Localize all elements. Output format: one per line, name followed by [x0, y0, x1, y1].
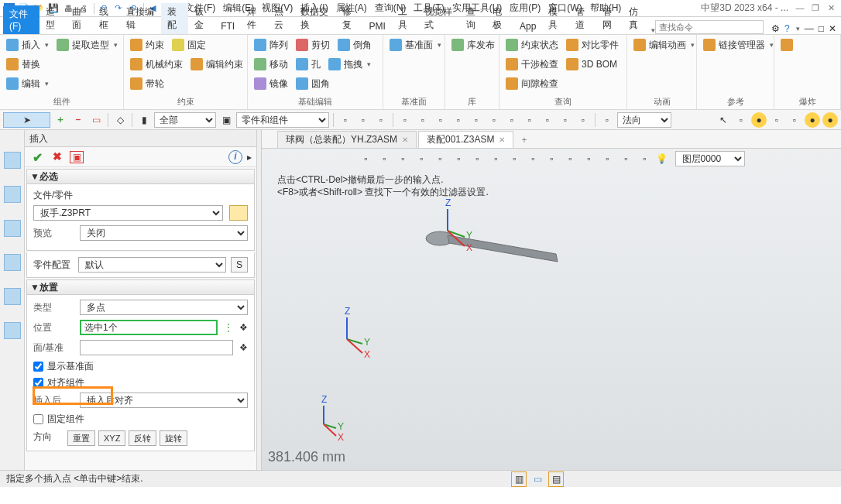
ribbon-tab[interactable]: 钣金: [188, 3, 215, 34]
tb-icon[interactable]: ▫: [599, 112, 615, 128]
ribbon-tab[interactable]: 管网: [596, 3, 623, 34]
ribbon-tab[interactable]: 修复: [336, 3, 363, 34]
ribbon-mirror[interactable]: 镜像: [254, 77, 288, 91]
ribbon-replace[interactable]: 替换: [6, 58, 40, 71]
tb-icon[interactable]: ▫: [522, 112, 537, 128]
lv-icon[interactable]: [4, 288, 21, 305]
expand-icon[interactable]: ▸: [247, 152, 252, 163]
tb-icon[interactable]: ▫: [338, 112, 353, 128]
vt-icon[interactable]: ▫: [489, 151, 504, 166]
filter-scope[interactable]: 全部: [154, 112, 216, 128]
tb-icon[interactable]: ▫: [373, 112, 389, 128]
filter-icon[interactable]: ◇: [112, 112, 128, 128]
vt-icon[interactable]: ▫: [433, 151, 448, 166]
ribbon-insert[interactable]: 插入▾: [6, 39, 49, 52]
ribbon-move[interactable]: 移动: [254, 58, 288, 71]
vt-icon[interactable]: ▫: [359, 151, 374, 166]
tb-icon[interactable]: ▫: [540, 112, 555, 128]
ribbon-libpub[interactable]: 库发布: [451, 39, 495, 52]
lv-icon[interactable]: [4, 220, 21, 237]
window-tool-icon[interactable]: ▭: [88, 112, 104, 128]
ribbon-tab[interactable]: PMI: [362, 19, 391, 34]
3d-canvas[interactable]: Z Y X Z Y X Z Y X: [262, 169, 841, 470]
close-button[interactable]: ✕: [824, 3, 838, 14]
vt-icon[interactable]: ▫: [526, 151, 541, 166]
settings-icon[interactable]: ⚙: [771, 23, 780, 34]
tb-icon[interactable]: ▫: [469, 112, 484, 128]
ribbon-constrstate[interactable]: 约束状态: [506, 39, 558, 52]
config-select[interactable]: 默认: [78, 257, 226, 273]
ribbon-fix[interactable]: 固定: [172, 39, 206, 52]
tb-icon[interactable]: ▫: [433, 112, 448, 128]
new-tab-button[interactable]: +: [515, 132, 533, 148]
position-input[interactable]: [80, 320, 218, 335]
ribbon-tab-active[interactable]: 装配: [161, 3, 188, 34]
ribbon-mechconstr[interactable]: 机械约束: [130, 58, 183, 71]
show-datum-checkbox[interactable]: [33, 362, 43, 372]
select-tool-icon[interactable]: ➤: [3, 112, 50, 128]
vt-icon[interactable]: ▫: [637, 151, 653, 166]
ribbon-interf[interactable]: 干涉检查: [506, 58, 558, 71]
tb-icon[interactable]: ●: [822, 112, 838, 128]
vt-icon[interactable]: ▫: [396, 151, 411, 166]
browse-button[interactable]: [229, 205, 248, 221]
after-select[interactable]: 插入后对齐: [80, 393, 248, 408]
ribbon-linkmgr[interactable]: 链接管理器▾: [703, 39, 774, 52]
ribbon-chamfer[interactable]: 倒角: [338, 39, 372, 52]
vt-icon[interactable]: ▫: [377, 151, 393, 166]
window-close-icon[interactable]: ✕: [829, 23, 836, 34]
ribbon-tab[interactable]: FTI: [215, 19, 241, 34]
section-place[interactable]: ▼ 放置: [26, 279, 255, 295]
ribbon-tab[interactable]: 查询: [460, 3, 487, 34]
ribbon-clearance[interactable]: 间隙检查: [506, 77, 558, 91]
ribbon-tab[interactable]: 视觉样式: [418, 3, 459, 34]
lv-icon[interactable]: [4, 152, 21, 169]
restore-button[interactable]: ❐: [808, 3, 822, 14]
ribbon-tab-file[interactable]: 文件(F): [3, 5, 39, 34]
record-icon[interactable]: ●: [751, 112, 767, 128]
ribbon-datum[interactable]: 基准面▾: [390, 39, 441, 52]
ribbon-tab[interactable]: 数据交换: [294, 3, 335, 34]
close-tab-icon[interactable]: ✕: [402, 135, 408, 144]
pick-icon[interactable]: ❖: [239, 322, 248, 333]
ribbon-tab[interactable]: 点云: [268, 3, 295, 34]
tb-icon[interactable]: ▫: [769, 112, 784, 128]
align-checkbox[interactable]: [33, 378, 43, 388]
viewport[interactable]: 球阀（总装配）YH.Z3ASM✕ 装配001.Z3ASM✕ + ▫▫▫▫▫▫▫▫…: [262, 130, 841, 470]
vt-icon[interactable]: ▫: [544, 151, 560, 166]
dropdown-icon[interactable]: ▾: [796, 25, 800, 33]
ribbon-tab[interactable]: App: [513, 19, 542, 34]
ribbon-editconstr[interactable]: 编辑约束: [191, 58, 243, 71]
search-input[interactable]: [655, 20, 764, 34]
window-max-icon[interactable]: □: [819, 23, 824, 34]
ribbon-tab[interactable]: 模具: [542, 3, 569, 34]
lv-icon[interactable]: [4, 322, 21, 339]
vt-icon[interactable]: ▫: [470, 151, 486, 166]
vt-icon[interactable]: ▫: [619, 151, 634, 166]
tb-icon[interactable]: ▫: [397, 112, 413, 128]
tb-icon[interactable]: ▫: [575, 112, 591, 128]
vt-icon[interactable]: ▫: [414, 151, 430, 166]
tb-icon[interactable]: ▫: [558, 112, 573, 128]
tb-icon[interactable]: ▫: [451, 112, 466, 128]
ribbon-tab[interactable]: 焊件: [241, 3, 268, 34]
reset-button[interactable]: 重置: [67, 430, 95, 446]
color-icon[interactable]: ▮: [136, 112, 152, 128]
doc-tab-active[interactable]: 装配001.Z3ASM✕: [418, 131, 513, 148]
ribbon-tab[interactable]: 仿真: [623, 3, 650, 34]
tb-icon[interactable]: ▫: [486, 112, 502, 128]
window-min-icon[interactable]: —: [805, 23, 814, 34]
ribbon-pattern[interactable]: 阵列: [254, 39, 288, 52]
ribbon-tab[interactable]: 造型: [39, 3, 67, 34]
vt-icon[interactable]: ▫: [582, 151, 597, 166]
layer-select[interactable]: 图层0000: [675, 151, 745, 166]
ok-button[interactable]: ✔: [29, 150, 45, 164]
bulb-icon[interactable]: 💡: [656, 153, 668, 164]
status-icon[interactable]: ▭: [530, 471, 545, 487]
file-select[interactable]: 扳手.Z3PRT: [33, 205, 223, 221]
section-must[interactable]: ▼ 必选: [26, 169, 255, 184]
ribbon-tab[interactable]: 工具: [392, 3, 419, 34]
ribbon-anim[interactable]: 编辑动画▾: [633, 39, 695, 52]
ribbon-extract[interactable]: 提取造型▾: [57, 39, 118, 52]
vt-icon[interactable]: ▫: [600, 151, 616, 166]
